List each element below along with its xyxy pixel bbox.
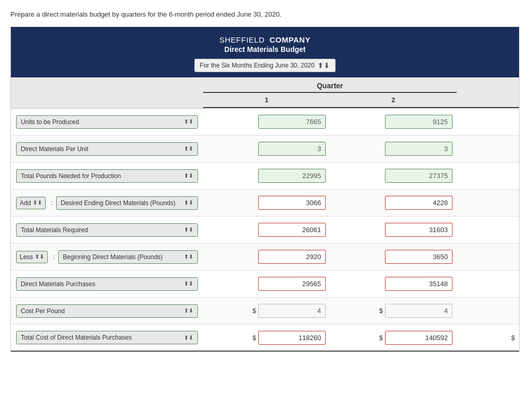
- q1-cell: [203, 112, 330, 132]
- row-label-text: Beginning Direct Materials (Pounds): [63, 253, 163, 261]
- compound-label: Add ⬆⬇ : Desired Ending Direct Materials…: [16, 196, 198, 210]
- q2-input[interactable]: [385, 331, 453, 345]
- six-month-cell: [457, 227, 519, 233]
- q1-input[interactable]: [258, 142, 326, 156]
- six-month-cell: [457, 200, 519, 206]
- data-cells: [203, 193, 457, 213]
- q1-input[interactable]: [258, 331, 326, 345]
- q2-input[interactable]: [385, 196, 453, 210]
- row-label-arrow: ⬆⬇: [184, 253, 193, 260]
- q2-input[interactable]: [385, 277, 453, 291]
- column-headers: Quarter 1 2: [11, 77, 519, 109]
- row-label-cell: Direct Materials Purchases ⬆⬇: [11, 274, 203, 294]
- period-dropdown-arrow: ⬆⬇: [317, 61, 330, 70]
- q2-cell: [330, 112, 457, 132]
- table-row: Direct Materials Purchases ⬆⬇: [11, 271, 519, 298]
- q2-input[interactable]: [385, 169, 453, 183]
- six-month-cell: [457, 281, 519, 287]
- row-label-text: Total Cost of Direct Materials Purchases: [21, 334, 131, 341]
- six-month-cell: [457, 173, 519, 179]
- row-label-cell: Less ⬆⬇ : Beginning Direct Materials (Po…: [11, 247, 203, 267]
- row-label-arrow: ⬆⬇: [184, 334, 193, 341]
- six-month-cell: [457, 254, 519, 260]
- period-label: For the Six Months Ending June 30, 2020: [200, 62, 315, 69]
- row-label-select[interactable]: Total Pounds Needed for Production ⬆⬇: [16, 169, 198, 183]
- six-month-cell: $: [457, 331, 519, 345]
- company-name-part1: SHEFFIELD: [219, 35, 264, 44]
- table-row: Less ⬆⬇ : Beginning Direct Materials (Po…: [11, 244, 519, 271]
- q2-dollar-sign: $: [379, 334, 383, 342]
- data-cells: [203, 166, 457, 186]
- q1-input[interactable]: [258, 223, 326, 237]
- q2-input[interactable]: [385, 250, 453, 264]
- row-label-select[interactable]: Beginning Direct Materials (Pounds) ⬆⬇: [58, 250, 198, 264]
- row-label-text: Total Materials Required: [21, 226, 88, 234]
- q1-cell: [203, 220, 330, 240]
- q2-dollar-sign: $: [379, 307, 383, 315]
- data-cells: [203, 247, 457, 267]
- q1-input[interactable]: [258, 169, 326, 183]
- company-name: SHEFFIELD COMPANY: [16, 35, 514, 44]
- budget-subtitle: Direct Materials Budget: [16, 45, 514, 53]
- quarter-1-header: 1: [203, 93, 330, 108]
- q2-input[interactable]: [385, 223, 453, 237]
- q1-input[interactable]: [258, 196, 326, 210]
- add-arrow: ⬆⬇: [33, 199, 42, 206]
- row-label-spacer: [11, 93, 203, 108]
- add-label: Add: [20, 199, 31, 207]
- row-label-select[interactable]: Cost Per Pound ⬆⬇: [16, 304, 198, 318]
- row-label-cell: Total Materials Required ⬆⬇: [11, 220, 203, 240]
- data-cells: [203, 274, 457, 294]
- q2-input[interactable]: [385, 304, 453, 318]
- row-label-select[interactable]: Total Cost of Direct Materials Purchases…: [16, 331, 198, 344]
- row-label-select[interactable]: Total Materials Required ⬆⬇: [16, 223, 198, 237]
- data-cells: [203, 139, 457, 159]
- q2-cell: [330, 220, 457, 240]
- q2-input[interactable]: [385, 115, 453, 129]
- table-row: Total Materials Required ⬆⬇: [11, 217, 519, 244]
- q2-input[interactable]: [385, 142, 453, 156]
- q2-cell: [330, 193, 457, 213]
- q1-input[interactable]: [258, 115, 326, 129]
- row-label-cell: Units to be Produced ⬆⬇: [11, 112, 203, 132]
- less-select[interactable]: Less ⬆⬇: [16, 251, 48, 263]
- six-month-cell: [457, 119, 519, 125]
- row-label-select[interactable]: Direct Materials Per Unit ⬆⬇: [16, 142, 198, 156]
- company-name-part2: COMPANY: [270, 35, 311, 44]
- q1-input[interactable]: [258, 304, 326, 318]
- six-month-col-header: [457, 93, 519, 108]
- row-label-text: Direct Materials Per Unit: [21, 145, 88, 153]
- budget-container: SHEFFIELD COMPANY Direct Materials Budge…: [10, 26, 520, 352]
- table-row: Units to be Produced ⬆⬇: [11, 109, 519, 136]
- six-month-dollar: $: [511, 334, 515, 342]
- q2-cell: $: [330, 328, 457, 348]
- row-label-text: Cost Per Pound: [21, 307, 65, 315]
- row-label-arrow: ⬆⬇: [184, 226, 193, 233]
- row-label-text: Desired Ending Direct Materials (Pounds): [61, 199, 176, 207]
- table-row: Cost Per Pound ⬆⬇ $ $: [11, 298, 519, 325]
- q1-input[interactable]: [258, 277, 326, 291]
- q1-input[interactable]: [258, 250, 326, 264]
- row-label-text: Total Pounds Needed for Production: [21, 172, 121, 180]
- q2-cell: [330, 247, 457, 267]
- table-row: Total Cost of Direct Materials Purchases…: [11, 325, 519, 352]
- less-label: Less: [20, 253, 33, 261]
- row-label-select[interactable]: Units to be Produced ⬆⬇: [16, 115, 198, 129]
- period-selector[interactable]: For the Six Months Ending June 30, 2020 …: [194, 59, 336, 72]
- row-label-text: Units to be Produced: [21, 118, 79, 126]
- six-month-cell: [457, 308, 519, 314]
- add-select[interactable]: Add ⬆⬇: [16, 197, 46, 209]
- q1-cell: [203, 247, 330, 267]
- budget-header: SHEFFIELD COMPANY Direct Materials Budge…: [11, 27, 519, 77]
- row-label-arrow: ⬆⬇: [184, 307, 193, 314]
- row-label-cell: Total Pounds Needed for Production ⬆⬇: [11, 166, 203, 186]
- data-cells: [203, 220, 457, 240]
- data-cells: $ $: [203, 301, 457, 321]
- quarter-group-header: Quarter: [203, 77, 457, 93]
- q2-cell: [330, 274, 457, 294]
- data-cells: $ $: [203, 328, 457, 348]
- row-label-select[interactable]: Direct Materials Purchases ⬆⬇: [16, 277, 198, 291]
- row-label-select[interactable]: Desired Ending Direct Materials (Pounds)…: [56, 196, 198, 210]
- q2-cell: $: [330, 301, 457, 321]
- q1-dollar-sign: $: [252, 334, 256, 342]
